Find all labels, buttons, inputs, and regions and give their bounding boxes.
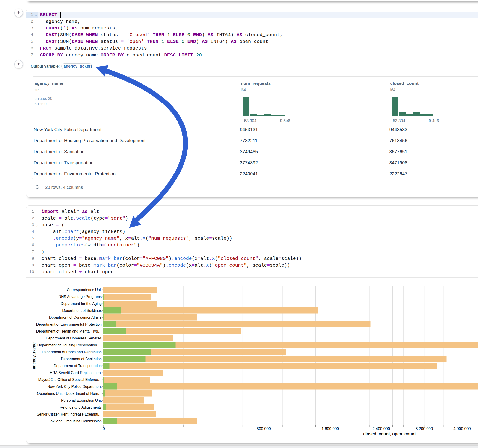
svg-text:3,200,000: 3,200,000 [415,427,433,431]
svg-text:800,000: 800,000 [257,427,271,431]
svg-text:0: 0 [103,427,105,431]
svg-text:Department of Environmental Pr: Department of Environmental Protection [36,322,102,326]
svg-text:Department for the Aging: Department for the Aging [61,302,102,305]
svg-text:Refunds and Adjustments: Refunds and Adjustments [60,405,102,409]
svg-text:HRA Benefit Card Replacement: HRA Benefit Card Replacement [50,371,102,375]
svg-text:Department of Consumer Affairs: Department of Consumer Affairs [49,316,102,319]
svg-text:Personal Exemption Unit: Personal Exemption Unit [61,398,102,402]
svg-text:Department of Health and Menta: Department of Health and Mental Hyg… [36,329,102,333]
svg-text:2,400,000: 2,400,000 [372,427,390,431]
svg-text:New York City Police Departmen: New York City Police Department [47,385,102,389]
svg-text:1,600,000: 1,600,000 [321,427,339,431]
svg-text:Department of Transportation: Department of Transportation [54,364,102,368]
svg-text:Department of Housing Preserva: Department of Housing Preservation … [37,343,102,347]
svg-text:agency_name: agency_name [31,342,36,369]
svg-text:closed_count, open_count: closed_count, open_count [363,432,416,436]
svg-text:Senior Citizen Rent Increase E: Senior Citizen Rent Increase Exempti… [37,412,102,416]
svg-text:Correspondence Unit: Correspondence Unit [67,288,102,292]
svg-text:Department of Sanitation: Department of Sanitation [61,357,102,361]
svg-text:Department of Parks and Recrea: Department of Parks and Recreation [42,350,102,354]
svg-text:Taxi and Limousine Commission: Taxi and Limousine Commission [49,419,102,423]
svg-text:Department of Homeless Service: Department of Homeless Services [46,336,102,340]
svg-text:Mayorâ€ s Office of Special E: Mayorâ€ s Office of Special Enforce… [38,378,102,382]
svg-text:Department of Buildings: Department of Buildings [62,309,102,312]
svg-text:DHS Advantage Programs: DHS Advantage Programs [58,295,102,299]
svg-text:4,000,000: 4,000,000 [453,427,471,431]
svg-text:Operations Unit - Department o: Operations Unit - Department of Hom… [37,392,102,395]
